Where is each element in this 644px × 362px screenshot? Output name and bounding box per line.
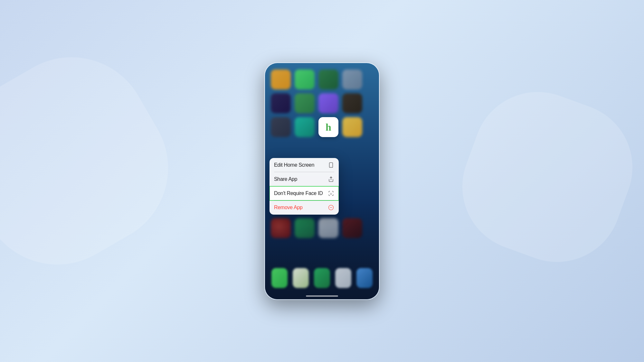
menu-item-share-app[interactable]: Share App: [270, 172, 339, 186]
dock-safari[interactable]: [356, 268, 373, 288]
app-icon-row1-col4[interactable]: [342, 70, 362, 89]
phone-icon: [328, 162, 334, 168]
app-row-1: [271, 70, 373, 89]
app-icon-row3-col1[interactable]: [271, 117, 291, 137]
menu-item-dont-require-face-id-label: Don't Require Face ID: [274, 190, 323, 196]
app-icon-row1-col1[interactable]: [271, 70, 291, 89]
iphone-frame: h Edit Hom: [264, 62, 380, 300]
svg-rect-0: [329, 162, 333, 167]
menu-item-dont-require-face-id[interactable]: Don't Require Face ID: [270, 186, 339, 200]
bg-decoration-1: [0, 29, 196, 293]
app-icon-row1-col3[interactable]: [318, 70, 338, 89]
face-id-icon: [328, 190, 334, 197]
app-icon-row2-col3[interactable]: [318, 93, 338, 113]
dock: [265, 268, 379, 288]
houzz-letter: h: [326, 122, 331, 132]
menu-item-edit-home-screen-label: Edit Home Screen: [274, 162, 314, 168]
houzz-app-icon[interactable]: h: [318, 117, 338, 137]
app-row-3: h: [271, 117, 373, 137]
dock-phone[interactable]: [271, 268, 288, 288]
menu-item-remove-app-label: Remove App: [274, 205, 303, 210]
app-icon-row2-col2[interactable]: [295, 93, 315, 113]
home-indicator: [306, 295, 338, 297]
menu-item-remove-app[interactable]: Remove App: [270, 200, 339, 215]
context-menu: Edit Home Screen Share App Don't Requ: [270, 158, 339, 215]
dock-messages[interactable]: [335, 268, 351, 288]
dock-maps[interactable]: [293, 268, 309, 288]
dock-facetime[interactable]: [314, 268, 330, 288]
menu-item-share-app-label: Share App: [274, 176, 297, 182]
bg-decoration-2: [444, 74, 644, 280]
app-icon-row2-col1[interactable]: [271, 93, 291, 113]
menu-item-edit-home-screen[interactable]: Edit Home Screen: [270, 158, 339, 172]
app-icon-row2-col4[interactable]: [342, 93, 362, 113]
share-icon: [328, 176, 334, 182]
app-icon-row3-col2[interactable]: [295, 117, 315, 137]
app-row-2: [271, 93, 373, 113]
minus-circle-icon: [328, 204, 334, 211]
app-icon-row3-col4[interactable]: [342, 117, 362, 137]
app-icon-row1-col2[interactable]: [295, 70, 315, 89]
